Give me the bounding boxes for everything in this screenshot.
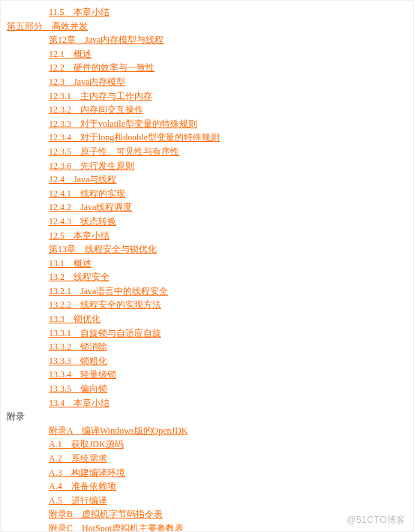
toc-item: 13.2.1 Java语言中的线程安全 [7,284,407,299]
toc-link[interactable]: 13.3 锁优化 [49,314,100,324]
toc-link[interactable]: 12.3.2 内存间交互操作 [49,104,143,115]
toc-link[interactable]: 12.3.1 主内存与工作内存 [49,91,152,101]
toc-link[interactable]: A.2 系统需求 [49,453,107,464]
toc-item: 13.3.1 自旋锁与自适应自旋 [7,326,407,341]
toc-item: 13.3.4 轻量级锁 [7,368,407,382]
toc-link[interactable]: 12.3.3 对于volatile型变量的特殊规则 [49,119,197,129]
toc-link[interactable]: 12.1 概述 [49,49,92,59]
toc-link[interactable]: 12.4.2 Java线程调度 [49,202,132,212]
toc-link[interactable]: 12.5 本章小结 [49,230,110,241]
watermark: @51CTO博客 [346,514,406,527]
toc-item: 13.1 概述 [7,257,407,271]
toc-item: 13.3.5 偏向锁 [7,382,407,396]
toc-item: 12.4.1 线程的实现 [7,187,407,201]
toc-link[interactable]: 第12章 Java内存模型与线程 [49,35,164,45]
toc-item: A.5 进行编译 [7,494,407,508]
toc-heading: 附录 [7,411,25,422]
toc-item: 12.3.5 原子性、可见性与有序性 [7,145,407,159]
toc-link[interactable]: 第五部分 高效并发 [7,21,88,32]
toc-link[interactable]: 附录C HotSpot虚拟机主要参数表 [49,523,184,532]
toc-link[interactable]: 13.3.4 轻量级锁 [49,369,116,380]
toc-link[interactable]: 12.4.1 线程的实现 [49,188,125,199]
toc-link[interactable]: 附录A 编译Windows版的OpenJDK [49,425,188,436]
toc-item: 13.2.2 线程安全的实现方法 [7,298,407,312]
toc-item: A.3 构建编译环境 [7,466,407,480]
toc-link[interactable]: A.1 获取JDK源码 [49,439,124,449]
toc-item: 12.5 本章小结 [7,229,407,243]
toc-link[interactable]: 11.5 本章小结 [49,7,110,17]
toc-link[interactable]: 12.2 硬件的效率与一致性 [49,62,154,73]
toc-link[interactable]: 附录B 虚拟机字节码指令表 [49,509,163,519]
toc-link[interactable]: 12.3.4 对于long和double型变量的特殊规则 [49,132,220,143]
toc-link[interactable]: 12.4 Java与线程 [49,174,116,185]
toc-item: 12.3.2 内存间交互操作 [7,103,407,117]
toc-link[interactable]: 13.2 线程安全 [49,272,110,282]
toc-item: 第13章 线程安全与锁优化 [7,242,407,257]
toc-item: A.2 系统需求 [7,452,407,466]
table-of-contents: 11.5 本章小结第五部分 高效并发第12章 Java内存模型与线程12.1 概… [7,5,407,532]
toc-link[interactable]: 13.3.1 自旋锁与自适应自旋 [49,328,161,338]
toc-item: 11.5 本章小结 [7,5,407,20]
toc-item: 附录 [7,410,407,424]
toc-item: 12.3.4 对于long和double型变量的特殊规则 [7,131,407,145]
toc-item: A.1 获取JDK源码 [7,437,407,452]
toc-item: 第五部分 高效并发 [7,20,407,34]
toc-link[interactable]: 12.3.5 原子性、可见性与有序性 [49,146,179,157]
toc-item: 12.4 Java与线程 [7,173,407,187]
toc-item: 13.3.2 锁消除 [7,340,407,354]
toc-link[interactable]: 13.3.2 锁消除 [49,341,107,352]
toc-link[interactable]: 13.3.3 锁粗化 [49,356,107,366]
toc-link[interactable]: 12.3 Java内存模型 [49,77,125,87]
toc-item: 12.4.2 Java线程调度 [7,200,407,215]
toc-item: 12.1 概述 [7,47,407,62]
toc-link[interactable]: A.5 进行编译 [49,495,107,506]
toc-item: 13.3 锁优化 [7,312,407,326]
toc-item: 第12章 Java内存模型与线程 [7,33,407,47]
toc-item: 13.3.3 锁粗化 [7,354,407,368]
toc-item: A.4 准备依赖项 [7,479,407,494]
toc-link[interactable]: 12.4.3 状态转换 [49,216,116,227]
toc-link[interactable]: 13.2.1 Java语言中的线程安全 [49,286,168,296]
toc-link[interactable]: 13.4 本章小结 [49,398,110,408]
toc-link[interactable]: A.4 准备依赖项 [49,481,116,491]
toc-root-list: 11.5 本章小结第五部分 高效并发第12章 Java内存模型与线程12.1 概… [7,5,407,532]
toc-link[interactable]: 13.3.5 偏向锁 [49,383,107,394]
toc-item: 附录A 编译Windows版的OpenJDK [7,424,407,438]
toc-item: 12.2 硬件的效率与一致性 [7,61,407,75]
toc-item: 12.3.3 对于volatile型变量的特殊规则 [7,117,407,131]
toc-item: 12.3 Java内存模型 [7,75,407,89]
toc-item: 12.4.3 状态转换 [7,215,407,229]
toc-item: 13.2 线程安全 [7,270,407,284]
toc-link[interactable]: 12.3.6 先行发生原则 [49,161,134,171]
toc-link[interactable]: A.3 构建编译环境 [49,467,125,478]
toc-item: 13.4 本章小结 [7,396,407,410]
toc-item: 12.3.6 先行发生原则 [7,159,407,173]
toc-link[interactable]: 第13章 线程安全与锁优化 [49,244,157,254]
toc-link[interactable]: 13.2.2 线程安全的实现方法 [49,299,161,310]
toc-link[interactable]: 13.1 概述 [49,258,92,269]
toc-item: 12.3.1 主内存与工作内存 [7,89,407,104]
